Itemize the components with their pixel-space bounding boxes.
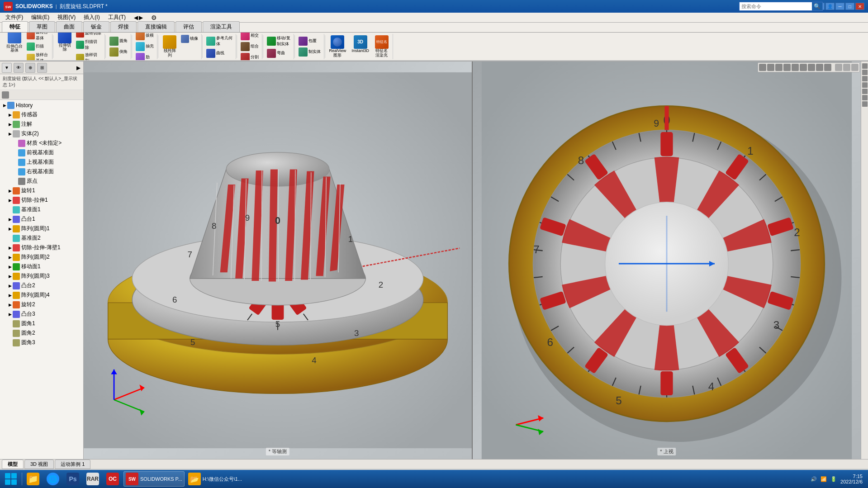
layers-btn[interactable]: ⊞ — [37, 63, 47, 73]
viewport-right[interactable]: 0 1 2 3 4 5 6 7 8 9 — [473, 62, 861, 459]
menu-insert[interactable]: 插入(I) — [80, 13, 103, 22]
filter-btn[interactable]: ▼ — [2, 63, 12, 73]
viewport-left[interactable]: 0 1 2 3 4 5 5 6 7 8 9 — [84, 62, 473, 459]
right-icon2[interactable] — [862, 70, 868, 75]
right-icon7[interactable] — [862, 101, 868, 107]
expand-revolve1[interactable]: ▶ — [7, 188, 13, 194]
menu-file[interactable]: 文件(F) — [2, 13, 27, 22]
taskbar-winrar[interactable]: RAR — [84, 471, 102, 487]
tab-feature[interactable]: 特征 — [2, 21, 28, 32]
expand-cut-loft1[interactable]: ▶ — [7, 245, 13, 251]
tab-3dview[interactable]: 3D 视图 — [24, 460, 54, 469]
tree-item-pattern3[interactable]: ▶ 阵列(圆周)3 — [0, 271, 83, 281]
btn-shell[interactable]: 抽壳 — [134, 42, 155, 52]
view-toolbar-btn7[interactable] — [808, 64, 815, 71]
tree-item-origin[interactable]: ▶ 原点 — [0, 176, 83, 186]
right-icon3[interactable] — [862, 76, 868, 81]
btn-wrap[interactable]: 包覆 — [297, 36, 322, 46]
tree-item-revolve2[interactable]: ▶ 旋转2 — [0, 300, 83, 309]
btn-mirror[interactable]: 镜像 — [180, 34, 199, 43]
btn-move-copy[interactable]: 移动/复制实体 — [266, 35, 292, 47]
user-btn[interactable]: 👤 — [825, 3, 835, 10]
expand-move1[interactable]: ▶ — [7, 264, 13, 270]
expand-annotation[interactable]: ▶ — [7, 122, 13, 127]
tree-item-annotation[interactable]: ▶ 注解 — [0, 119, 83, 129]
right-icon6[interactable] — [862, 95, 868, 100]
view-toolbar-btn6[interactable] — [800, 64, 807, 71]
tree-item-cut-extrude1[interactable]: ▶ 切除-拉伸1 — [0, 195, 83, 205]
start-button[interactable] — [2, 471, 20, 487]
expand-pattern3[interactable]: ▶ — [7, 274, 13, 279]
view-toolbar-btn1[interactable] — [759, 64, 766, 71]
btn-sweep[interactable]: 扫描 — [25, 42, 49, 51]
view-toolbar-btn2[interactable] — [767, 64, 774, 71]
view-toolbar-btn12[interactable] — [851, 64, 859, 71]
tree-item-boss3[interactable]: ▶ 凸台3 — [0, 309, 83, 319]
view-toolbar-btn4[interactable] — [783, 64, 791, 71]
right-icon5[interactable] — [862, 89, 868, 94]
tree-item-top-plane[interactable]: ▶ 上视基准面 — [0, 157, 83, 167]
btn-extrude-boss[interactable]: 拉伸凸台基体 — [5, 33, 24, 54]
tray-icon2[interactable]: 📶 — [821, 476, 827, 482]
tab-surface[interactable]: 曲面 — [56, 21, 82, 32]
expand-history[interactable]: ▶ — [2, 103, 7, 108]
btn-ref-geom[interactable]: 参考几何体 — [205, 35, 234, 47]
btn-pattern[interactable]: 线性阵列 — [161, 34, 179, 59]
taskbar-photoshop[interactable]: Ps — [64, 471, 82, 487]
search-command-input[interactable] — [740, 2, 812, 10]
tree-item-sensor[interactable]: ▶ 传感器 — [0, 110, 83, 119]
tab-sheetmetal[interactable]: 钣金 — [83, 21, 109, 32]
view-toolbar-btn5[interactable] — [792, 64, 799, 71]
taskbar-browser[interactable]: 🌐 — [44, 471, 62, 487]
eye-btn[interactable]: 👁 — [14, 63, 24, 73]
btn-revolve-cut[interactable]: 旋转切除 — [75, 33, 103, 38]
view-toolbar-btn11[interactable] — [843, 64, 850, 71]
tree-item-ref-plane2[interactable]: ▶ 基准面2 — [0, 233, 83, 243]
tree-item-material[interactable]: ▶ 材质 <未指定> — [0, 138, 83, 148]
tree-item-pattern1[interactable]: ▶ 阵列(圆周)1 — [0, 224, 83, 233]
tree-item-solid[interactable]: ▶ 实体(2) — [0, 129, 83, 138]
expand-solid[interactable]: ▶ — [7, 131, 13, 137]
right-icon1[interactable] — [862, 63, 868, 69]
btn-sweep-cut[interactable]: 扫描切除 — [75, 38, 103, 51]
tab-model[interactable]: 模型 — [2, 460, 24, 469]
btn-intersect[interactable]: 相交 — [239, 33, 260, 41]
expand-boss2[interactable]: ▶ — [7, 283, 13, 289]
tree-item-boss2[interactable]: ▶ 凸台2 — [0, 281, 83, 290]
tree-item-fillet3[interactable]: ▶ 圆角3 — [0, 338, 83, 347]
tree-item-cut-loft1[interactable]: ▶ 切除-拉伸-薄壁1 — [0, 243, 83, 252]
tree-item-right-plane[interactable]: ▶ 右视基准面 — [0, 167, 83, 176]
tray-icon1[interactable]: 🔊 — [811, 476, 817, 482]
restore-btn[interactable]: □ — [845, 3, 854, 10]
btn-draft[interactable]: 拔模 — [134, 33, 155, 41]
menu-tools[interactable]: 工具(T) — [104, 13, 129, 22]
tree-item-boss1[interactable]: ▶ 凸台1 — [0, 214, 83, 224]
view-toolbar-btn10[interactable] — [835, 64, 842, 71]
expand-boss1[interactable]: ▶ — [7, 217, 13, 222]
btn-combine[interactable]: 组合 — [239, 42, 260, 52]
view-toolbar-btn8[interactable] — [816, 64, 823, 71]
minimize-btn[interactable]: ─ — [835, 3, 844, 10]
search-icon[interactable]: 🔍 — [812, 3, 822, 9]
expand-boss3[interactable]: ▶ — [7, 312, 13, 317]
taskbar-folder[interactable]: 📂 H:\微信公众号\1... — [186, 471, 244, 487]
expand-cut1[interactable]: ▶ — [7, 198, 13, 203]
tree-item-move1[interactable]: ▶ 移动面1 — [0, 262, 83, 271]
taskbar-solidworks[interactable]: SW SOLIDWORKS P... — [123, 471, 185, 487]
crosshair-btn[interactable]: ⊕ — [25, 63, 35, 73]
btn-loft[interactable]: 放样台基体 — [25, 52, 49, 61]
taskbar-oc[interactable]: OC — [104, 471, 122, 487]
tree-item-fillet2[interactable]: ▶ 圆角2 — [0, 328, 83, 338]
btn-split[interactable]: 分割 — [239, 52, 260, 61]
btn-revolve-boss[interactable]: 旋转台基体 — [25, 33, 49, 42]
expand-pattern2[interactable]: ▶ — [7, 255, 13, 260]
taskbar-clock[interactable]: 7:15 2022/12/6 — [840, 474, 863, 484]
menu-more[interactable]: ⚙ — [147, 13, 161, 22]
expand-pattern1[interactable]: ▶ — [7, 226, 13, 232]
tree-item-ref-plane1[interactable]: ▶ 基准面1 — [0, 205, 83, 214]
menu-view[interactable]: 视图(V) — [54, 13, 79, 22]
tree-item-revolve1[interactable]: ▶ 旋转1 — [0, 186, 83, 195]
tab-weld[interactable]: 焊接 — [110, 21, 137, 32]
expand-sensor[interactable]: ▶ — [7, 112, 13, 118]
view-toolbar-btn9[interactable] — [824, 64, 831, 71]
